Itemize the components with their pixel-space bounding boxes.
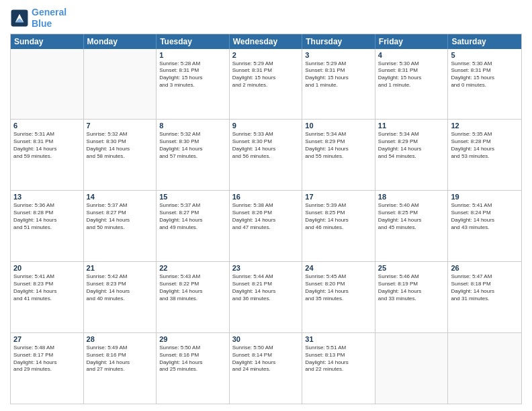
calendar-row: 13Sunrise: 5:36 AM Sunset: 8:28 PM Dayli…	[11, 191, 521, 262]
header: General Blue	[10, 7, 522, 30]
logo-icon	[10, 9, 29, 28]
calendar-day-cell: 30Sunrise: 5:50 AM Sunset: 8:14 PM Dayli…	[230, 333, 303, 404]
logo-blue: Blue	[32, 18, 52, 29]
weekday-header: Wednesday	[230, 34, 303, 49]
calendar-day-cell: 3Sunrise: 5:29 AM Sunset: 8:31 PM Daylig…	[302, 49, 375, 120]
calendar-day-cell: 24Sunrise: 5:45 AM Sunset: 8:20 PM Dayli…	[302, 262, 375, 332]
day-number: 14	[87, 193, 154, 201]
weekday-header: Friday	[375, 34, 449, 49]
day-number: 4	[378, 51, 445, 59]
calendar-day-cell: 27Sunrise: 5:48 AM Sunset: 8:17 PM Dayli…	[11, 333, 84, 404]
day-info: Sunrise: 5:42 AM Sunset: 8:23 PM Dayligh…	[87, 273, 154, 302]
day-number: 22	[159, 264, 226, 272]
calendar-day-cell: 8Sunrise: 5:32 AM Sunset: 8:30 PM Daylig…	[157, 120, 230, 190]
calendar-day-cell: 14Sunrise: 5:37 AM Sunset: 8:27 PM Dayli…	[84, 191, 157, 261]
day-number: 11	[378, 122, 445, 130]
calendar-day-cell: 19Sunrise: 5:41 AM Sunset: 8:24 PM Dayli…	[448, 191, 521, 261]
calendar-day-cell: 9Sunrise: 5:33 AM Sunset: 8:30 PM Daylig…	[230, 120, 303, 190]
weekday-header: Saturday	[448, 34, 521, 49]
calendar-day-cell: 16Sunrise: 5:38 AM Sunset: 8:26 PM Dayli…	[230, 191, 303, 261]
day-info: Sunrise: 5:34 AM Sunset: 8:29 PM Dayligh…	[378, 131, 445, 160]
day-info: Sunrise: 5:33 AM Sunset: 8:30 PM Dayligh…	[232, 131, 300, 160]
calendar-day-cell: 12Sunrise: 5:35 AM Sunset: 8:28 PM Dayli…	[448, 120, 521, 190]
day-number: 26	[451, 264, 519, 272]
day-info: Sunrise: 5:43 AM Sunset: 8:22 PM Dayligh…	[159, 273, 226, 302]
day-number: 3	[305, 51, 372, 59]
calendar-row: 20Sunrise: 5:41 AM Sunset: 8:23 PM Dayli…	[11, 262, 521, 333]
calendar-day-cell: 10Sunrise: 5:34 AM Sunset: 8:29 PM Dayli…	[302, 120, 375, 190]
day-number: 1	[159, 51, 226, 59]
day-number: 19	[451, 193, 519, 201]
calendar-day-cell: 25Sunrise: 5:46 AM Sunset: 8:19 PM Dayli…	[375, 262, 449, 332]
weekday-header: Tuesday	[157, 34, 230, 49]
calendar-day-cell: 26Sunrise: 5:47 AM Sunset: 8:18 PM Dayli…	[448, 262, 521, 332]
day-info: Sunrise: 5:46 AM Sunset: 8:19 PM Dayligh…	[378, 273, 445, 302]
day-number: 2	[232, 51, 300, 59]
day-number: 27	[13, 335, 81, 343]
day-number: 25	[378, 264, 445, 272]
calendar-row: 1Sunrise: 5:28 AM Sunset: 8:31 PM Daylig…	[11, 49, 521, 120]
calendar-day-cell: 20Sunrise: 5:41 AM Sunset: 8:23 PM Dayli…	[11, 262, 84, 332]
calendar-day-cell: 31Sunrise: 5:51 AM Sunset: 8:13 PM Dayli…	[302, 333, 375, 404]
logo-general: General	[32, 7, 66, 17]
calendar-empty-cell	[448, 333, 521, 404]
day-info: Sunrise: 5:47 AM Sunset: 8:18 PM Dayligh…	[451, 273, 519, 302]
calendar-day-cell: 15Sunrise: 5:37 AM Sunset: 8:27 PM Dayli…	[157, 191, 230, 261]
day-info: Sunrise: 5:50 AM Sunset: 8:16 PM Dayligh…	[159, 345, 226, 373]
day-number: 5	[451, 51, 519, 59]
day-info: Sunrise: 5:36 AM Sunset: 8:28 PM Dayligh…	[13, 202, 81, 231]
calendar-day-cell: 29Sunrise: 5:50 AM Sunset: 8:16 PM Dayli…	[157, 333, 230, 404]
day-info: Sunrise: 5:35 AM Sunset: 8:28 PM Dayligh…	[451, 131, 519, 160]
weekday-header: Sunday	[11, 34, 84, 49]
day-info: Sunrise: 5:34 AM Sunset: 8:29 PM Dayligh…	[305, 131, 372, 160]
day-info: Sunrise: 5:48 AM Sunset: 8:17 PM Dayligh…	[13, 345, 81, 373]
day-number: 7	[87, 122, 154, 130]
calendar-day-cell: 11Sunrise: 5:34 AM Sunset: 8:29 PM Dayli…	[375, 120, 449, 190]
day-number: 9	[232, 122, 300, 130]
day-info: Sunrise: 5:32 AM Sunset: 8:30 PM Dayligh…	[87, 131, 154, 160]
calendar-empty-cell	[375, 333, 449, 404]
day-info: Sunrise: 5:41 AM Sunset: 8:24 PM Dayligh…	[451, 202, 519, 231]
day-number: 18	[378, 193, 445, 201]
day-info: Sunrise: 5:45 AM Sunset: 8:20 PM Dayligh…	[305, 273, 372, 302]
calendar-day-cell: 2Sunrise: 5:29 AM Sunset: 8:31 PM Daylig…	[230, 49, 303, 120]
calendar-body: 1Sunrise: 5:28 AM Sunset: 8:31 PM Daylig…	[11, 49, 521, 404]
weekday-header: Thursday	[302, 34, 375, 49]
calendar-day-cell: 6Sunrise: 5:31 AM Sunset: 8:31 PM Daylig…	[11, 120, 84, 190]
day-number: 10	[305, 122, 372, 130]
calendar-day-cell: 22Sunrise: 5:43 AM Sunset: 8:22 PM Dayli…	[157, 262, 230, 332]
day-number: 13	[13, 193, 81, 201]
calendar-day-cell: 21Sunrise: 5:42 AM Sunset: 8:23 PM Dayli…	[84, 262, 157, 332]
calendar-empty-cell	[11, 49, 84, 120]
weekday-header: Monday	[84, 34, 157, 49]
calendar-row: 27Sunrise: 5:48 AM Sunset: 8:17 PM Dayli…	[11, 333, 521, 404]
calendar-header: SundayMondayTuesdayWednesdayThursdayFrid…	[11, 34, 521, 49]
day-info: Sunrise: 5:51 AM Sunset: 8:13 PM Dayligh…	[305, 345, 372, 373]
day-number: 24	[305, 264, 372, 272]
day-info: Sunrise: 5:37 AM Sunset: 8:27 PM Dayligh…	[87, 202, 154, 231]
day-number: 12	[451, 122, 519, 130]
day-number: 21	[87, 264, 154, 272]
day-number: 29	[159, 335, 226, 343]
day-info: Sunrise: 5:39 AM Sunset: 8:25 PM Dayligh…	[305, 202, 372, 231]
calendar: SundayMondayTuesdayWednesdayThursdayFrid…	[10, 34, 522, 404]
day-number: 28	[87, 335, 154, 343]
day-number: 30	[232, 335, 300, 343]
day-number: 15	[159, 193, 226, 201]
day-info: Sunrise: 5:40 AM Sunset: 8:25 PM Dayligh…	[378, 202, 445, 231]
day-info: Sunrise: 5:29 AM Sunset: 8:31 PM Dayligh…	[305, 60, 372, 89]
calendar-day-cell: 7Sunrise: 5:32 AM Sunset: 8:30 PM Daylig…	[84, 120, 157, 190]
day-number: 20	[13, 264, 81, 272]
calendar-row: 6Sunrise: 5:31 AM Sunset: 8:31 PM Daylig…	[11, 120, 521, 191]
calendar-day-cell: 1Sunrise: 5:28 AM Sunset: 8:31 PM Daylig…	[157, 49, 230, 120]
logo: General Blue	[10, 7, 66, 30]
day-number: 16	[232, 193, 300, 201]
day-info: Sunrise: 5:28 AM Sunset: 8:31 PM Dayligh…	[159, 60, 226, 89]
logo-text: General Blue	[32, 7, 66, 30]
day-number: 6	[13, 122, 81, 130]
day-info: Sunrise: 5:38 AM Sunset: 8:26 PM Dayligh…	[232, 202, 300, 231]
calendar-empty-cell	[84, 49, 157, 120]
day-number: 8	[159, 122, 226, 130]
calendar-day-cell: 4Sunrise: 5:30 AM Sunset: 8:31 PM Daylig…	[375, 49, 449, 120]
page: General Blue SundayMondayTuesdayWednesda…	[0, 0, 532, 411]
